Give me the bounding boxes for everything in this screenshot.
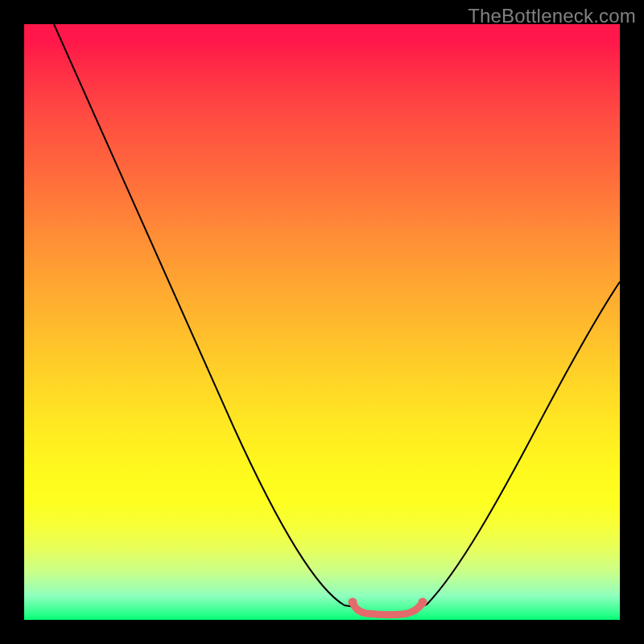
curve-svg: [24, 24, 620, 620]
valley-left-dot: [349, 598, 357, 607]
chart-frame: TheBottleneck.com: [0, 0, 644, 644]
bottleneck-curve: [54, 24, 620, 615]
plot-area: [24, 24, 620, 620]
valley-highlight: [353, 602, 423, 615]
valley-right-dot: [419, 598, 427, 607]
